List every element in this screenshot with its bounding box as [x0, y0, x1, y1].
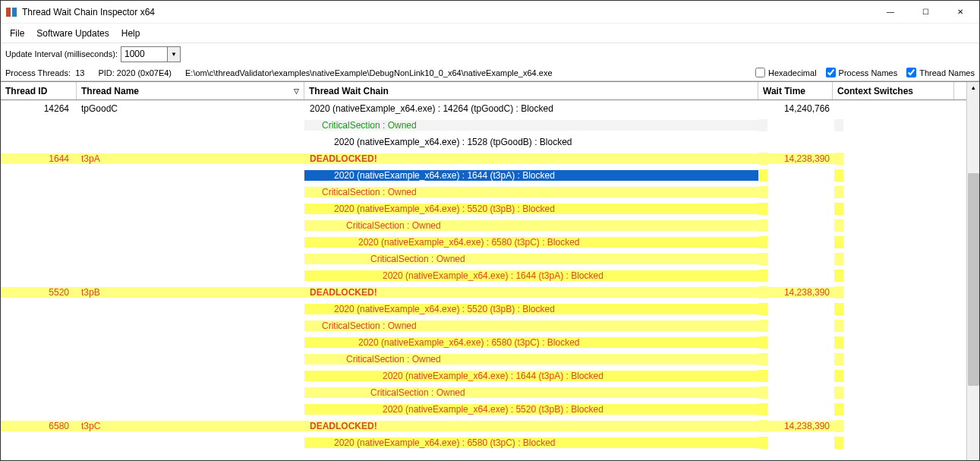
- wait-bar-icon: [758, 303, 767, 315]
- checkbox-thread-names[interactable]: Thread Names: [906, 68, 975, 77]
- table-row[interactable]: 14264tpGoodC2020 (nativeExample_x64.exe)…: [1, 100, 966, 117]
- wait-bar-icon: [758, 153, 767, 165]
- interval-label: Update Interval (milliseconds):: [5, 49, 118, 58]
- table-row[interactable]: 2020 (nativeExample_x64.exe) : 5520 (t3p…: [1, 401, 966, 418]
- cell-wait-chain: DEADLOCKED!: [304, 421, 758, 431]
- table-row[interactable]: CriticalSection : Owned: [1, 184, 966, 201]
- ctx-bar-icon: [834, 303, 843, 315]
- cell-thread-name: tpGoodC: [77, 103, 304, 114]
- wait-bar-icon: [758, 169, 767, 182]
- cell-wait-chain: CriticalSection : Owned: [304, 120, 758, 131]
- window-title: Thread Wait Chain Inspector x64: [22, 7, 873, 17]
- ctx-bar-icon: [834, 437, 843, 449]
- ctx-bar-icon: [834, 219, 843, 232]
- cell-wait-chain: 2020 (nativeExample_x64.exe) : 6580 (t3p…: [304, 437, 758, 448]
- wait-bar-icon: [758, 270, 767, 282]
- table-row[interactable]: 2020 (nativeExample_x64.exe) : 6580 (t3p…: [1, 434, 966, 451]
- wait-bar-icon: [758, 387, 767, 399]
- header-context-switches[interactable]: Context Switches: [833, 82, 954, 99]
- wait-bar-icon: [758, 286, 767, 298]
- table-row[interactable]: 2020 (nativeExample_x64.exe) : 1644 (t3p…: [1, 167, 966, 184]
- table-row[interactable]: 2020 (nativeExample_x64.exe) : 1528 (tpG…: [1, 134, 966, 150]
- chevron-down-icon[interactable]: ▼: [167, 47, 180, 62]
- maximize-button[interactable]: ☐: [908, 1, 943, 24]
- cell-thread-name: t3pB: [77, 287, 304, 298]
- cell-wait-time: 14,240,766: [767, 103, 834, 114]
- table-row[interactable]: 2020 (nativeExample_x64.exe) : 6580 (t3p…: [1, 234, 966, 251]
- cell-wait-chain: CriticalSection : Owned: [304, 187, 758, 197]
- cell-wait-chain: DEADLOCKED!: [304, 287, 758, 298]
- table-row[interactable]: 2020 (nativeExample_x64.exe) : 5520 (t3p…: [1, 301, 966, 317]
- header-thread-name[interactable]: Thread Name▽: [77, 82, 304, 99]
- pid-label: PID: 2020 (0x07E4): [98, 68, 172, 77]
- cell-wait-chain: 2020 (nativeExample_x64.exe) : 1644 (t3p…: [304, 270, 758, 281]
- scroll-up-icon[interactable]: ▴: [967, 82, 979, 93]
- table-row[interactable]: CriticalSection : Owned: [1, 117, 966, 134]
- table-row[interactable]: 2020 (nativeExample_x64.exe) : 5520 (t3p…: [1, 201, 966, 217]
- wait-bar-icon: [758, 119, 767, 131]
- cell-thread-name: t3pC: [77, 421, 304, 431]
- ctx-bar-icon: [834, 420, 843, 432]
- ctx-bar-icon: [834, 253, 843, 265]
- cell-wait-chain: 2020 (nativeExample_x64.exe) : 5520 (t3p…: [304, 404, 758, 415]
- cell-wait-time: 14,238,390: [767, 153, 834, 164]
- header-wait-time[interactable]: Wait Time: [758, 82, 833, 99]
- vertical-scrollbar[interactable]: ▴: [966, 82, 979, 460]
- menubar: File Software Updates Help: [1, 24, 979, 43]
- table-row[interactable]: CriticalSection : Owned: [1, 384, 966, 401]
- ctx-bar-icon: [834, 153, 843, 165]
- minimize-button[interactable]: —: [873, 1, 908, 24]
- wait-bar-icon: [758, 203, 767, 215]
- wait-bar-icon: [758, 370, 767, 382]
- table-row[interactable]: CriticalSection : Owned: [1, 251, 966, 267]
- checkbox-hexadecimal[interactable]: Hexadecimal: [755, 68, 817, 77]
- table-row[interactable]: 2020 (nativeExample_x64.exe) : 6580 (t3p…: [1, 334, 966, 351]
- cell-wait-chain: 2020 (nativeExample_x64.exe) : 5520 (t3p…: [304, 304, 758, 314]
- cell-wait-chain: 2020 (nativeExample_x64.exe) : 6580 (t3p…: [304, 237, 758, 248]
- cell-wait-chain: CriticalSection : Owned: [304, 220, 758, 231]
- table-row[interactable]: 5520t3pBDEADLOCKED!14,238,390: [1, 284, 966, 301]
- svg-rect-0: [6, 8, 11, 17]
- header-wait-chain[interactable]: Thread Wait Chain: [304, 82, 758, 99]
- ctx-bar-icon: [834, 203, 843, 215]
- header-thread-id[interactable]: Thread ID: [1, 82, 77, 99]
- app-icon: [5, 6, 17, 18]
- table-row[interactable]: 1644t3pADEADLOCKED!14,238,390: [1, 150, 966, 167]
- checkbox-process-names[interactable]: Process Names: [826, 68, 898, 77]
- wait-bar-icon: [758, 136, 767, 148]
- menu-help[interactable]: Help: [115, 25, 147, 42]
- interval-input[interactable]: [121, 49, 167, 59]
- cell-wait-chain: 2020 (nativeExample_x64.exe) : 1644 (t3p…: [304, 170, 758, 181]
- wait-bar-icon: [758, 236, 767, 248]
- toolbar: Update Interval (milliseconds): ▼: [1, 43, 979, 65]
- ctx-bar-icon: [834, 320, 843, 332]
- wait-bar-icon: [758, 336, 767, 349]
- ctx-bar-icon: [834, 387, 843, 399]
- cell-wait-chain: 2020 (nativeExample_x64.exe) : 1528 (tpG…: [304, 137, 758, 147]
- ctx-bar-icon: [834, 403, 843, 415]
- table-row[interactable]: 2020 (nativeExample_x64.exe) : 1644 (t3p…: [1, 368, 966, 384]
- scrollbar-thumb[interactable]: [968, 173, 979, 386]
- wait-bar-icon: [758, 403, 767, 415]
- cell-wait-time: 14,238,390: [767, 287, 834, 298]
- ctx-bar-icon: [834, 336, 843, 349]
- interval-combo[interactable]: ▼: [121, 46, 181, 62]
- ctx-bar-icon: [834, 119, 843, 131]
- cell-wait-chain: CriticalSection : Owned: [304, 354, 758, 365]
- cell-wait-time: 14,238,390: [767, 421, 834, 431]
- cell-thread-name: t3pA: [77, 153, 304, 164]
- table-row[interactable]: CriticalSection : Owned: [1, 217, 966, 234]
- menu-software-updates[interactable]: Software Updates: [30, 25, 115, 42]
- table-row[interactable]: CriticalSection : Owned: [1, 317, 966, 334]
- close-button[interactable]: ✕: [943, 1, 978, 24]
- infobar: Process Threads: 13 PID: 2020 (0x07E4) E…: [1, 65, 979, 81]
- table-row[interactable]: CriticalSection : Owned: [1, 351, 966, 368]
- table-row[interactable]: 6580t3pCDEADLOCKED!14,238,390: [1, 418, 966, 434]
- ctx-bar-icon: [834, 169, 843, 182]
- wait-bar-icon: [758, 219, 767, 232]
- rows-container[interactable]: 14264tpGoodC2020 (nativeExample_x64.exe)…: [1, 100, 966, 460]
- table-row[interactable]: 2020 (nativeExample_x64.exe) : 1644 (t3p…: [1, 267, 966, 284]
- menu-file[interactable]: File: [4, 25, 30, 42]
- process-threads-label: Process Threads: 13: [5, 68, 84, 77]
- titlebar: Thread Wait Chain Inspector x64 — ☐ ✕: [1, 1, 979, 24]
